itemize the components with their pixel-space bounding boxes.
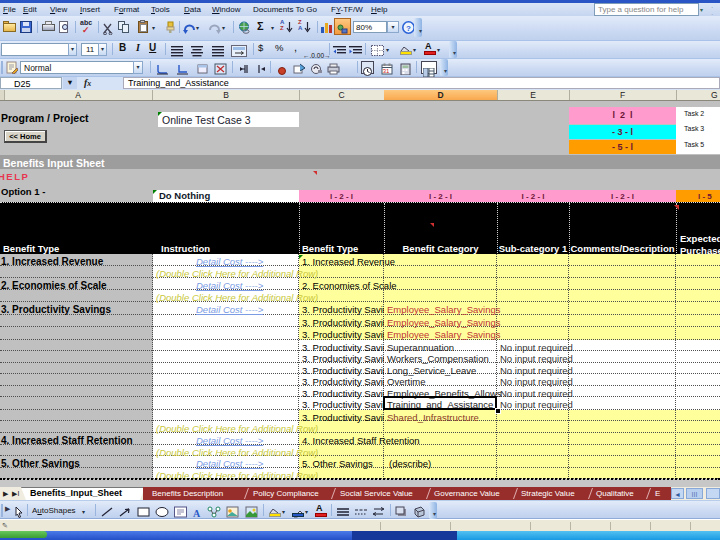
svg-text:31: 31: [383, 68, 390, 74]
svg-text:?: ?: [406, 24, 411, 33]
